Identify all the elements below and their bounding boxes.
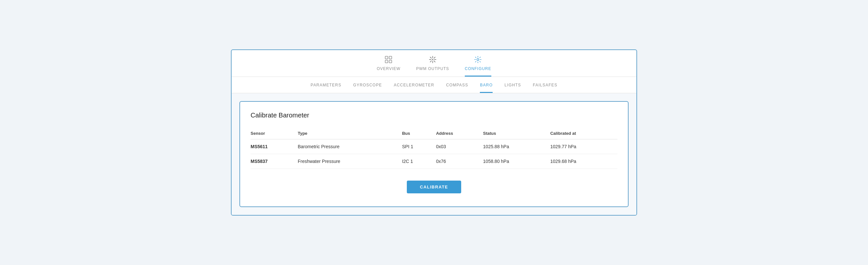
- cell-2: SPI 1: [402, 139, 436, 154]
- table-body: MS5611Barometric PressureSPI 10x031025.8…: [251, 139, 617, 169]
- col-header-status: Status: [483, 128, 550, 139]
- cell-3: 0x03: [436, 139, 483, 154]
- svg-line-11: [434, 57, 435, 59]
- cell-3: 0x76: [436, 154, 483, 169]
- svg-line-10: [434, 61, 435, 62]
- sub-nav: PARAMETERSGYROSCOPEACCELEROMETERCOMPASSB…: [231, 77, 637, 93]
- top-nav: OVERVIEW PWM OUTPUTS CONFIGURE: [231, 50, 637, 77]
- sub-nav-item-compass[interactable]: COMPASS: [446, 83, 468, 93]
- sub-nav-item-parameters[interactable]: PARAMETERS: [311, 83, 341, 93]
- pwm-outputs-icon: [429, 56, 436, 64]
- card: Calibrate Barometer SensorTypeBusAddress…: [240, 101, 628, 207]
- svg-point-4: [432, 59, 433, 60]
- card-title: Calibrate Barometer: [251, 111, 617, 119]
- col-header-type: Type: [298, 128, 402, 139]
- sub-nav-item-lights[interactable]: LIGHTS: [504, 83, 521, 93]
- cell-0: MS5611: [251, 139, 298, 154]
- nav-item-configure[interactable]: CONFIGURE: [465, 56, 491, 76]
- sub-nav-item-baro[interactable]: BARO: [480, 83, 493, 93]
- svg-point-13: [477, 59, 479, 61]
- svg-line-9: [430, 57, 431, 59]
- svg-rect-2: [385, 60, 388, 63]
- app-container: OVERVIEW PWM OUTPUTS CONFIGURE PARAMETER…: [231, 49, 637, 216]
- cell-1: Freshwater Pressure: [298, 154, 402, 169]
- nav-label-overview: OVERVIEW: [377, 66, 400, 71]
- sensor-table: SensorTypeBusAddressStatusCalibrated at …: [251, 128, 617, 169]
- nav-label-pwm-outputs: PWM OUTPUTS: [416, 66, 449, 71]
- svg-rect-3: [389, 60, 392, 63]
- sub-nav-item-accelerometer[interactable]: ACCELEROMETER: [394, 83, 434, 93]
- button-area: CALIBRATE: [251, 180, 617, 193]
- svg-line-12: [430, 61, 431, 62]
- nav-label-configure: CONFIGURE: [465, 66, 491, 71]
- cell-4: 1058.80 hPa: [483, 154, 550, 169]
- cell-2: I2C 1: [402, 154, 436, 169]
- sub-nav-item-gyroscope[interactable]: GYROSCOPE: [353, 83, 382, 93]
- col-header-address: Address: [436, 128, 483, 139]
- nav-item-pwm-outputs[interactable]: PWM OUTPUTS: [416, 56, 449, 76]
- cell-5: 1029.68 hPa: [550, 154, 617, 169]
- table-header: SensorTypeBusAddressStatusCalibrated at: [251, 128, 617, 139]
- cell-0: MS5837: [251, 154, 298, 169]
- svg-rect-1: [389, 56, 392, 59]
- svg-rect-0: [385, 56, 388, 59]
- col-header-calibrated-at: Calibrated at: [550, 128, 617, 139]
- col-header-sensor: Sensor: [251, 128, 298, 139]
- nav-item-overview[interactable]: OVERVIEW: [377, 56, 400, 76]
- col-header-bus: Bus: [402, 128, 436, 139]
- overview-icon: [385, 56, 392, 64]
- table-row: MS5837Freshwater PressureI2C 10x761058.8…: [251, 154, 617, 169]
- cell-1: Barometric Pressure: [298, 139, 402, 154]
- main-content: Calibrate Barometer SensorTypeBusAddress…: [231, 93, 637, 215]
- table-row: MS5611Barometric PressureSPI 10x031025.8…: [251, 139, 617, 154]
- cell-4: 1025.88 hPa: [483, 139, 550, 154]
- cell-5: 1029.77 hPa: [550, 139, 617, 154]
- header-row: SensorTypeBusAddressStatusCalibrated at: [251, 128, 617, 139]
- calibrate-button[interactable]: CALIBRATE: [407, 180, 461, 193]
- sub-nav-item-failsafes[interactable]: FAILSAFES: [533, 83, 557, 93]
- configure-icon: [474, 56, 482, 64]
